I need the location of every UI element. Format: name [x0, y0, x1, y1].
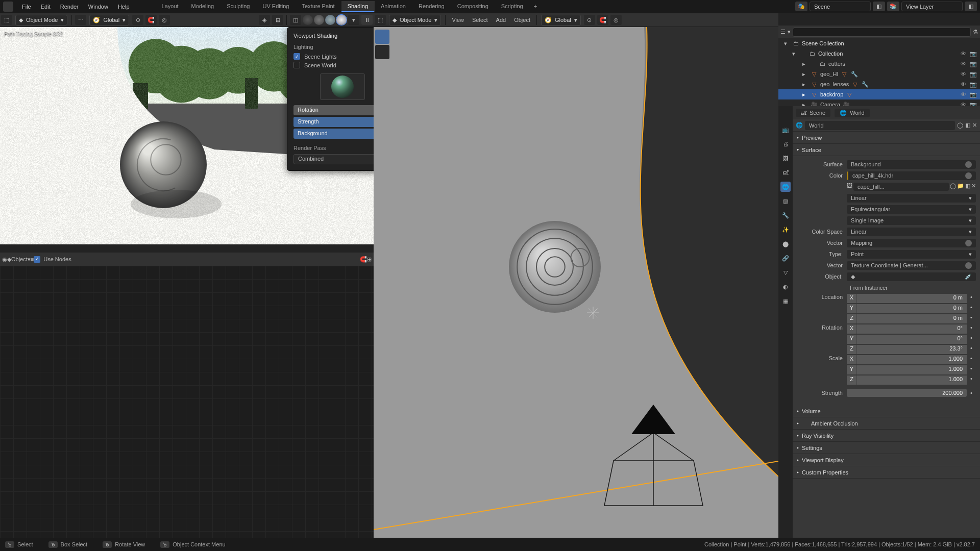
- crumb-scene[interactable]: 🛋Scene: [796, 109, 830, 117]
- proportional-icon[interactable]: ◎: [159, 15, 170, 25]
- mode-select-b[interactable]: ◆Object Mode▾: [389, 15, 441, 26]
- orientation-b[interactable]: 🧭Global▾: [541, 15, 581, 26]
- tab-physics[interactable]: ⬤: [780, 239, 791, 249]
- menu-view-a[interactable]: ⋯: [75, 15, 86, 25]
- frames-select[interactable]: Single Image▾: [847, 216, 976, 225]
- app-logo-icon[interactable]: [3, 2, 13, 12]
- world-unlink-icon[interactable]: ✕: [972, 122, 977, 129]
- outliner-item-backdrop[interactable]: ▸▽backdrop▽ 👁📷: [778, 89, 980, 99]
- outliner-search[interactable]: [793, 28, 971, 37]
- pivot-b-icon[interactable]: ⊙: [584, 15, 595, 25]
- restrict-render-icon[interactable]: 📷: [969, 51, 977, 57]
- shading-matprev-a[interactable]: [325, 15, 335, 25]
- node-snap-icon[interactable]: 🧲: [360, 256, 367, 263]
- color-image-select[interactable]: cape_hill_4k.hdr: [847, 171, 976, 180]
- node-material-select[interactable]: ◆Object▾: [7, 256, 31, 263]
- panel-ao[interactable]: Ambient Occlusion: [793, 417, 980, 430]
- tab-world[interactable]: 🌐: [780, 182, 791, 192]
- proportional-b-icon[interactable]: ◎: [610, 15, 622, 25]
- use-nodes-checkbox[interactable]: ✓: [34, 256, 40, 263]
- image-open-icon[interactable]: 📁: [957, 183, 964, 191]
- outliner-item-geo-lenses[interactable]: ▸▽geo_lenses▽🔧 👁📷: [778, 79, 980, 89]
- workspace-scripting[interactable]: Scripting: [495, 1, 530, 12]
- image-name-field[interactable]: cape_hill...: [853, 183, 949, 191]
- scale-y[interactable]: 1.000: [857, 365, 967, 374]
- menu-edit[interactable]: Edit: [37, 2, 55, 11]
- menu-add-b[interactable]: Add: [492, 17, 510, 23]
- colorspace-select[interactable]: Linear▾: [847, 228, 976, 236]
- world-new-icon[interactable]: ◧: [965, 122, 970, 129]
- node-editor-type-icon[interactable]: ◉: [2, 256, 7, 263]
- scene-browse-icon[interactable]: 🎭: [795, 2, 807, 11]
- outliner-filter-icon[interactable]: ⚗: [973, 29, 978, 35]
- loc-y[interactable]: 0 m: [857, 304, 967, 313]
- workspace-layout[interactable]: Layout: [156, 1, 185, 12]
- scene-lights-checkbox[interactable]: [293, 53, 300, 60]
- menu-window[interactable]: Window: [84, 2, 112, 11]
- menu-file[interactable]: File: [18, 2, 35, 11]
- tab-viewlayer[interactable]: 🖼: [780, 153, 791, 163]
- panel-settings[interactable]: Settings: [793, 442, 980, 454]
- projection-select[interactable]: Equirectangular▾: [847, 205, 976, 214]
- tab-scene[interactable]: 🛋: [780, 167, 791, 178]
- xray-icon[interactable]: ◫: [290, 15, 301, 25]
- rot-z[interactable]: 23.3°: [857, 345, 967, 354]
- panel-viewport-display[interactable]: Viewport Display: [793, 454, 980, 466]
- tab-texture[interactable]: ▦: [780, 296, 791, 306]
- world-shield-icon[interactable]: ◯: [957, 122, 963, 129]
- scene-name-field[interactable]: Scene: [810, 2, 871, 11]
- workspace-modeling[interactable]: Modeling: [185, 1, 221, 12]
- tab-render[interactable]: 📺: [780, 124, 791, 135]
- tab-modifier[interactable]: 🔧: [780, 210, 791, 220]
- vector-mapping-select[interactable]: Mapping: [847, 239, 976, 247]
- workspace-uv[interactable]: UV Editing: [256, 1, 296, 12]
- workspace-texpaint[interactable]: Texture Paint: [296, 1, 341, 12]
- world-name-field[interactable]: World: [805, 121, 955, 130]
- pivot-icon[interactable]: ⊙: [132, 15, 143, 25]
- shading-rendered-a[interactable]: [336, 15, 347, 25]
- scene-world-checkbox[interactable]: [293, 62, 300, 68]
- outliner-collection[interactable]: ▾🗀Collection 👁📷: [778, 48, 980, 59]
- tab-material[interactable]: ◐: [780, 282, 791, 292]
- panel-preview[interactable]: Preview: [793, 132, 980, 144]
- panel-ray[interactable]: Ray Visibility: [793, 430, 980, 442]
- pause-render-icon[interactable]: ⏸: [361, 15, 373, 25]
- vector-texcoord-select[interactable]: Texture Coordinate | Generat...: [847, 261, 976, 270]
- scale-x[interactable]: 1.000: [857, 355, 967, 364]
- rot-y[interactable]: 0°: [857, 335, 967, 344]
- outliner-item-cutters[interactable]: ▸🗀cutters 👁📷: [778, 59, 980, 69]
- menu-object-b[interactable]: Object: [510, 17, 534, 23]
- mapping-type-select[interactable]: Point▾: [847, 250, 976, 259]
- panel-surface[interactable]: Surface: [793, 144, 980, 156]
- workspace-animation[interactable]: Animation: [375, 1, 412, 12]
- tool-cursor[interactable]: [375, 45, 389, 59]
- scale-z[interactable]: 1.000: [857, 375, 967, 385]
- shading-dropdown-a[interactable]: ▾: [348, 15, 359, 25]
- menu-render[interactable]: Render: [56, 2, 83, 11]
- editor-type-b-icon[interactable]: ⬚: [375, 15, 386, 25]
- crumb-world[interactable]: 🌐World: [835, 109, 870, 117]
- loc-x[interactable]: 0 m: [857, 294, 967, 303]
- panel-custom-props[interactable]: Custom Properties: [793, 466, 980, 479]
- gizmo-icon[interactable]: ◈: [259, 15, 270, 25]
- overlay-icon[interactable]: ⊞: [272, 15, 283, 25]
- image-shield-icon[interactable]: ◯: [950, 183, 956, 191]
- loc-z[interactable]: 0 m: [857, 314, 967, 323]
- snap-icon[interactable]: 🧲: [145, 15, 157, 25]
- snap-b-icon[interactable]: 🧲: [597, 15, 608, 25]
- panel-volume[interactable]: Volume: [793, 405, 980, 417]
- world-strength[interactable]: 200.000: [847, 389, 967, 397]
- image-unlink-icon[interactable]: ✕: [971, 183, 976, 191]
- orientation-a[interactable]: 🧭Global▾: [89, 15, 129, 26]
- tab-constraint[interactable]: 🔗: [780, 253, 791, 263]
- interp-select[interactable]: Linear▾: [847, 194, 976, 203]
- menu-select-b[interactable]: Select: [468, 17, 492, 23]
- tab-particle[interactable]: ✨: [780, 224, 791, 235]
- mode-select-a[interactable]: ◆Object Mode▾: [15, 15, 67, 26]
- outliner-scene-collection[interactable]: ▾🗀Scene Collection: [778, 38, 980, 48]
- shading-solid-a[interactable]: [314, 15, 324, 25]
- surface-shader-select[interactable]: Background: [847, 160, 976, 169]
- outliner-display-icon[interactable]: ▾: [788, 29, 791, 35]
- rot-x[interactable]: 0°: [857, 324, 967, 334]
- tab-data[interactable]: ▽: [780, 267, 791, 278]
